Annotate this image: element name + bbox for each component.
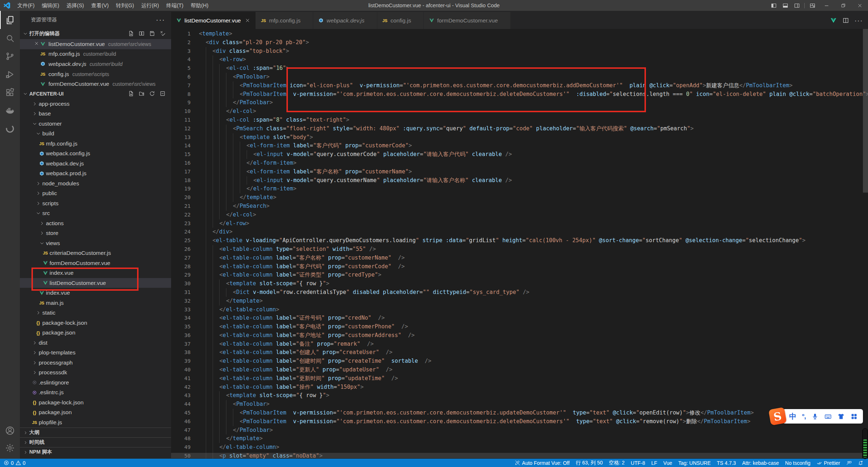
activity-settings-icon[interactable] (0, 439, 20, 457)
section-NPM 脚本[interactable]: NPM 脚本 (20, 447, 171, 457)
status-空格-2[interactable]: 空格: 2 (609, 460, 625, 466)
collapse-all-icon[interactable] (159, 91, 166, 97)
activity-edge-icon[interactable] (0, 119, 20, 138)
tree-item-package-lock.json[interactable]: {}package-lock.json (20, 397, 171, 408)
customize-layout-icon[interactable] (807, 0, 818, 11)
sidebar-more-icon[interactable]: ··· (156, 18, 165, 21)
status-Tag-UNSURE[interactable]: Tag: UNSURE (678, 460, 711, 466)
open-editor-formDemoCustomer.vue[interactable]: formDemoCustomer.vuecustomer\src\views (20, 79, 171, 89)
refresh-icon[interactable] (149, 91, 156, 97)
tree-item-main.js[interactable]: JSmain.js (20, 298, 171, 308)
status-Vue[interactable]: Vue (663, 460, 672, 466)
section-时间线[interactable]: 时间线 (20, 437, 171, 447)
menu-V[interactable]: 查看(V) (88, 0, 112, 11)
toggle-secondary-sidebar-icon[interactable] (791, 0, 803, 11)
open-editors-header[interactable]: 打开的编辑器 (20, 28, 171, 39)
activity-extensions-icon[interactable] (0, 83, 20, 101)
window-minimize-button[interactable] (818, 0, 835, 11)
tree-item-mfp.config.js[interactable]: JSmfp.config.js (20, 139, 171, 149)
menu-T[interactable]: 终端(T) (163, 0, 187, 11)
tree-item-criteriaDemoCustomer.js[interactable]: JScriteriaDemoCustomer.js (20, 248, 171, 258)
tree-item-processgraph[interactable]: processgraph (20, 358, 171, 368)
menu-R[interactable]: 运行(R) (137, 0, 162, 11)
ime-keyboard-icon[interactable] (824, 413, 832, 420)
tree-item-scripts[interactable]: scripts (20, 198, 171, 209)
status-Attr-kebab-case[interactable]: Attr: kebab-case (742, 460, 779, 466)
menu-E[interactable]: 编辑(E) (38, 0, 63, 11)
more-actions-icon[interactable]: ··· (855, 19, 863, 22)
menu-H[interactable]: 帮助(H) (187, 0, 212, 11)
status-UTF-8[interactable]: UTF-8 (631, 460, 645, 466)
ime-skin-icon[interactable] (837, 413, 845, 420)
tree-item-webpack.prod.js[interactable]: webpack.prod.js (20, 168, 171, 178)
activity-files-icon[interactable] (0, 11, 20, 29)
tab-listDemoCustomer.vue[interactable]: listDemoCustomer.vue (171, 12, 256, 29)
close-icon[interactable] (34, 41, 40, 47)
tree-item-.eslintrc.js[interactable]: .eslintrc.js (20, 387, 171, 397)
status-TS-4-7-3[interactable]: TS 4.7.3 (717, 460, 736, 466)
tree-item-views[interactable]: views (20, 238, 171, 248)
horizontal-scrollbar[interactable] (171, 453, 862, 458)
tree-item-webpack.dev.js[interactable]: webpack.dev.js (20, 159, 171, 169)
tab-config.js[interactable]: JSconfig.js (377, 12, 424, 29)
status-warning[interactable]: 0 (16, 460, 26, 466)
tree-item-plop-templates[interactable]: plop-templates (20, 348, 171, 358)
tree-item-plopfile.js[interactable]: JSplopfile.js (20, 417, 171, 428)
tree-item-package.json[interactable]: {}package.json (20, 328, 171, 338)
project-section-header[interactable]: AFCENTER-UI (20, 89, 171, 99)
tree-item-webpack.config.js[interactable]: webpack.config.js (20, 148, 171, 159)
editor-layout-icon[interactable] (139, 30, 145, 37)
tree-item-static[interactable]: static (20, 308, 171, 318)
tree-item-customer[interactable]: customer (20, 119, 171, 129)
tree-item-store[interactable]: store (20, 228, 171, 238)
ime-mic-icon[interactable] (811, 413, 819, 420)
toggle-sidebar-icon[interactable] (768, 0, 779, 11)
activity-run-debug-icon[interactable] (0, 65, 20, 83)
activity-source-control-icon[interactable] (0, 47, 20, 65)
status-feedback[interactable] (846, 460, 852, 466)
section-大纲[interactable]: 大纲 (20, 428, 171, 437)
activity-search-icon[interactable] (0, 29, 20, 47)
tree-item-dist[interactable]: dist (20, 338, 171, 348)
split-editor-icon[interactable] (842, 17, 850, 24)
ime-punctuation-icon[interactable]: °, (802, 412, 806, 420)
ime-chinese-mode-icon[interactable]: 中 (789, 412, 796, 421)
activity-account-icon[interactable] (0, 422, 20, 439)
open-editor-listDemoCustomer.vue[interactable]: listDemoCustomer.vuecustomer\src\views (20, 39, 171, 49)
tree-item-.eslintignore[interactable]: .eslintignore (20, 378, 171, 388)
sogou-logo-icon[interactable]: S (769, 407, 787, 426)
tree-item-package-lock.json[interactable]: {}package-lock.json (20, 318, 171, 328)
activity-docker-icon[interactable] (0, 101, 20, 119)
menu-S[interactable]: 选择(S) (63, 0, 88, 11)
status-No-tsconfig[interactable]: No tsconfig (785, 460, 810, 466)
tab-webpack.dev.js[interactable]: webpack.dev.js (313, 12, 377, 29)
tree-item-build[interactable]: build (20, 129, 171, 139)
tree-item-package.json[interactable]: {}package.json (20, 407, 171, 417)
vertical-scrollbar[interactable] (863, 29, 868, 193)
tree-item-public[interactable]: public (20, 188, 171, 198)
status-LF[interactable]: LF (651, 460, 657, 466)
new-file-icon[interactable] (128, 91, 135, 97)
toggle-panel-icon[interactable] (779, 0, 791, 11)
tree-item-base[interactable]: base (20, 109, 171, 119)
status-error[interactable]: 0 (4, 460, 14, 466)
window-restore-button[interactable] (835, 0, 851, 11)
ime-toolbox-icon[interactable] (850, 413, 858, 420)
open-editor-config.js[interactable]: JSconfig.jscustomer\scripts (20, 69, 171, 79)
voice-widget[interactable] (862, 428, 868, 459)
tab-mfp.config.js[interactable]: JSmfp.config.js (256, 12, 313, 29)
status-Prettier[interactable]: Prettier (817, 460, 840, 466)
menu-F[interactable]: 文件(F) (14, 0, 38, 11)
new-folder-icon[interactable] (139, 91, 145, 97)
tab-formDemoCustomer.vue[interactable]: formDemoCustomer.vue (424, 12, 511, 29)
status-Auto-Format-Vue-Off[interactable]: Auto Format Vue: Off (515, 460, 570, 466)
status-bell-dot[interactable] (858, 460, 863, 466)
tree-item-processsdk[interactable]: processsdk (20, 367, 171, 378)
open-editor-webpack.dev.js[interactable]: webpack.dev.jscustomer\build (20, 59, 171, 69)
tree-item-actions[interactable]: actions (20, 218, 171, 228)
open-editor-mfp.config.js[interactable]: JSmfp.config.jscustomer\build (20, 49, 171, 59)
tree-item-src[interactable]: src (20, 208, 171, 218)
tree-item-app-process[interactable]: app-process (20, 99, 171, 109)
window-close-button[interactable] (851, 0, 868, 11)
tree-item-formDemoCustomer.vue[interactable]: formDemoCustomer.vue (20, 258, 171, 268)
